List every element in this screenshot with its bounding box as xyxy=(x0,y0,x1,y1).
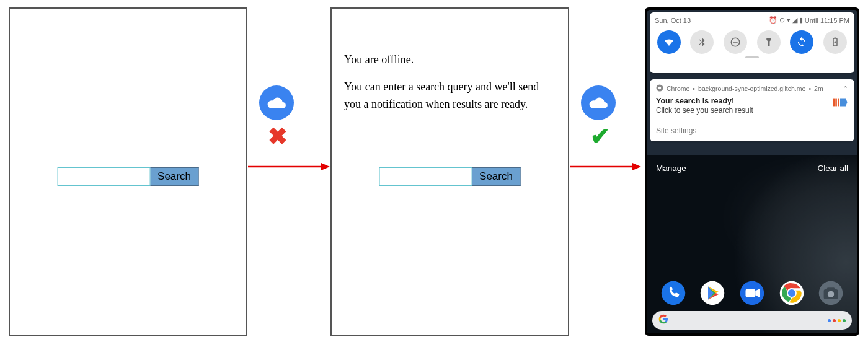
shade-clear-all[interactable]: Clear all xyxy=(817,164,848,173)
status-date: Sun, Oct 13 xyxy=(655,17,691,24)
notif-age: 2m xyxy=(814,85,823,92)
drag-handle-icon[interactable] xyxy=(745,56,759,58)
shade-manage[interactable]: Manage xyxy=(656,164,686,173)
wifi-icon: ▾ xyxy=(787,16,790,24)
arrow-step-1 xyxy=(248,162,330,171)
svg-rect-10 xyxy=(833,99,835,107)
svg-marker-3 xyxy=(632,163,641,170)
search-row: Search xyxy=(379,167,521,186)
panel-initial-search: Search xyxy=(9,7,247,336)
svg-rect-12 xyxy=(838,99,839,107)
notif-app: Chrome xyxy=(666,85,689,92)
qs-bluetooth-toggle[interactable] xyxy=(690,30,714,54)
assistant-icon[interactable] xyxy=(828,319,846,322)
search-row: Search xyxy=(57,167,199,186)
qs-wifi-toggle[interactable] xyxy=(657,30,681,54)
app-camera-icon[interactable] xyxy=(818,280,844,306)
notif-body: Click to see you search result xyxy=(656,106,753,115)
chrome-small-icon xyxy=(656,84,663,93)
app-play-store-icon[interactable] xyxy=(699,280,725,306)
cross-icon: ✖ xyxy=(268,123,288,150)
notif-app-icon xyxy=(832,97,848,108)
app-phone-icon[interactable] xyxy=(660,280,686,306)
search-input[interactable] xyxy=(379,167,472,186)
check-icon: ✔ xyxy=(590,123,610,150)
cloud-online-icon xyxy=(581,86,616,120)
search-button[interactable]: Search xyxy=(472,167,521,186)
signal-icon: ◢ xyxy=(792,16,797,24)
wallpaper-earth xyxy=(647,155,857,333)
quick-settings-panel: Sun, Oct 13 ⏰ ⊖ ▾ ◢ ▮ Until 11:15 PM xyxy=(650,12,854,73)
arrow-step-2 xyxy=(570,162,641,171)
offline-line-2: You can enter a search query and we'll s… xyxy=(344,79,556,113)
offline-text: You are offline. You can enter a search … xyxy=(344,51,556,123)
search-pill[interactable] xyxy=(652,311,852,330)
panel-offline-message: You are offline. You can enter a search … xyxy=(330,7,569,336)
battery-icon: ▮ xyxy=(799,16,803,24)
app-chrome-icon[interactable] xyxy=(779,280,805,306)
app-duo-icon[interactable] xyxy=(739,280,765,306)
alarm-icon: ⏰ xyxy=(769,16,777,24)
dnd-icon: ⊖ xyxy=(779,16,785,24)
notif-title: Your search is ready! xyxy=(656,97,753,105)
status-bar: Sun, Oct 13 ⏰ ⊖ ▾ ◢ ▮ Until 11:15 PM xyxy=(650,12,854,24)
google-g-icon xyxy=(658,314,668,327)
svg-point-22 xyxy=(828,291,835,298)
qs-battery-saver-toggle[interactable] xyxy=(823,30,847,54)
search-button[interactable]: Search xyxy=(150,167,199,186)
qs-flashlight-toggle[interactable] xyxy=(757,30,781,54)
phone-screenshot: Sun, Oct 13 ⏰ ⊖ ▾ ◢ ▮ Until 11:15 PM xyxy=(645,7,859,336)
offline-line-1: You are offline. xyxy=(344,51,556,69)
qs-dnd-toggle[interactable] xyxy=(724,30,747,54)
cloud-offline-icon xyxy=(259,86,294,120)
notif-site-settings[interactable]: Site settings xyxy=(656,126,848,135)
dock xyxy=(647,280,857,306)
svg-rect-11 xyxy=(835,99,837,107)
svg-rect-7 xyxy=(835,38,836,39)
notif-source: background-sync-optimized.glitch.me xyxy=(698,85,805,92)
status-until: Until 11:15 PM xyxy=(805,17,849,24)
qs-autorotate-toggle[interactable] xyxy=(790,30,813,54)
svg-rect-16 xyxy=(745,289,755,297)
notification-card[interactable]: Chrome • background-sync-optimized.glitc… xyxy=(650,79,854,141)
svg-point-9 xyxy=(658,87,662,90)
chevron-up-icon[interactable]: ⌃ xyxy=(843,85,848,92)
svg-marker-1 xyxy=(321,163,330,170)
search-input[interactable] xyxy=(57,167,150,186)
